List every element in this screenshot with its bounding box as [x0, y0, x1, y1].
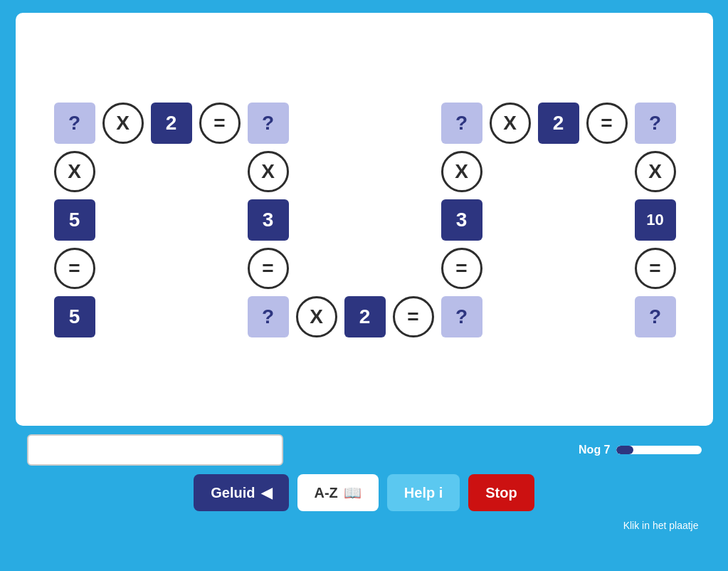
progress-bar-fill — [616, 446, 633, 454]
cell-r1c11: 2 — [534, 98, 584, 148]
cell-empty — [292, 98, 342, 148]
cell-empty — [195, 195, 245, 245]
cell-empty — [340, 98, 390, 148]
cell-r1c13[interactable]: ? — [631, 98, 680, 148]
cell-r5c8: = — [389, 292, 438, 342]
cell-r1c4: = — [195, 98, 245, 148]
puzzle-area: ? X 2 = ? ? — [50, 98, 679, 340]
cell-r3c5: 3 — [243, 195, 293, 245]
cell-empty — [98, 243, 148, 293]
cell-empty — [340, 195, 390, 245]
cell-empty — [582, 292, 632, 342]
stop-label: Stop — [485, 485, 517, 501]
cell-r4c13: = — [631, 243, 680, 293]
cell-r2c13: X — [631, 147, 680, 197]
cell-empty — [340, 147, 390, 197]
cell-r3c13: 10 — [631, 195, 680, 245]
cell-empty — [582, 195, 632, 245]
cell-empty — [195, 243, 245, 293]
cell-r4c9: = — [437, 243, 487, 293]
cell-r2c5: X — [243, 147, 293, 197]
cell-empty — [534, 243, 584, 293]
cell-r5c1: 5 — [50, 292, 100, 342]
cell-r5c5[interactable]: ? — [243, 292, 293, 342]
cell-empty — [534, 292, 584, 342]
cell-r3c1: 5 — [50, 195, 100, 245]
cell-empty — [292, 195, 342, 245]
progress-bar-bg — [616, 446, 702, 454]
cell-empty — [485, 243, 535, 293]
footer-klik: Klik in het plaatje — [27, 520, 702, 531]
az-label: A-Z — [315, 485, 338, 501]
geluid-button[interactable]: Geluid ◀ — [194, 474, 288, 511]
cell-empty — [340, 243, 390, 293]
main-board: ? X 2 = ? ? — [16, 13, 713, 426]
cell-r5c9[interactable]: ? — [437, 292, 487, 342]
cell-empty — [582, 243, 632, 293]
cell-r5c6: X — [292, 292, 342, 342]
cell-empty — [147, 195, 196, 245]
cell-r1c10: X — [485, 98, 535, 148]
cell-r1c5[interactable]: ? — [243, 98, 293, 148]
sound-icon: ◀ — [261, 484, 272, 501]
cell-empty — [389, 147, 438, 197]
cell-empty — [292, 147, 342, 197]
cell-empty — [389, 243, 438, 293]
input-row: Nog 7 — [27, 434, 702, 466]
cell-empty — [98, 147, 148, 197]
geluid-label: Geluid — [211, 485, 255, 501]
cell-r2c9: X — [437, 147, 487, 197]
cell-r5c7: 2 — [340, 292, 390, 342]
cell-empty — [147, 292, 196, 342]
cell-empty — [485, 147, 535, 197]
nog-area: Nog 7 — [579, 444, 701, 456]
cell-empty — [195, 147, 245, 197]
cell-empty — [534, 147, 584, 197]
cell-empty — [98, 195, 148, 245]
cell-r4c1: = — [50, 243, 100, 293]
cell-empty — [147, 147, 196, 197]
cell-empty — [582, 147, 632, 197]
book-icon: 📖 — [344, 484, 362, 501]
cell-r2c1: X — [50, 147, 100, 197]
cell-empty — [195, 292, 245, 342]
cell-r1c2: X — [98, 98, 148, 148]
help-button[interactable]: Help i — [387, 474, 460, 511]
bottom-bar: Nog 7 Geluid ◀ A-Z 📖 Help i Stop — [16, 426, 713, 537]
cell-r1c9[interactable]: ? — [437, 98, 487, 148]
cell-empty — [389, 195, 438, 245]
cell-empty — [292, 243, 342, 293]
cell-empty — [98, 292, 148, 342]
buttons-row: Geluid ◀ A-Z 📖 Help i Stop — [27, 474, 702, 511]
az-button[interactable]: A-Z 📖 — [297, 474, 379, 511]
cell-empty — [534, 195, 584, 245]
cell-empty — [389, 98, 438, 148]
cell-r4c5: = — [243, 243, 293, 293]
cell-r3c9: 3 — [437, 195, 487, 245]
cell-empty — [147, 243, 196, 293]
help-label: Help i — [404, 485, 443, 501]
cell-r5c13[interactable]: ? — [631, 292, 680, 342]
answer-input[interactable] — [27, 434, 283, 466]
nog-label: Nog 7 — [579, 444, 610, 456]
cell-r1c1[interactable]: ? — [50, 98, 100, 148]
box-q1: ? — [54, 103, 95, 144]
cell-r1c12: = — [582, 98, 632, 148]
cell-r1c3: 2 — [147, 98, 196, 148]
cell-empty — [485, 195, 535, 245]
stop-button[interactable]: Stop — [468, 474, 534, 511]
cell-empty — [485, 292, 535, 342]
